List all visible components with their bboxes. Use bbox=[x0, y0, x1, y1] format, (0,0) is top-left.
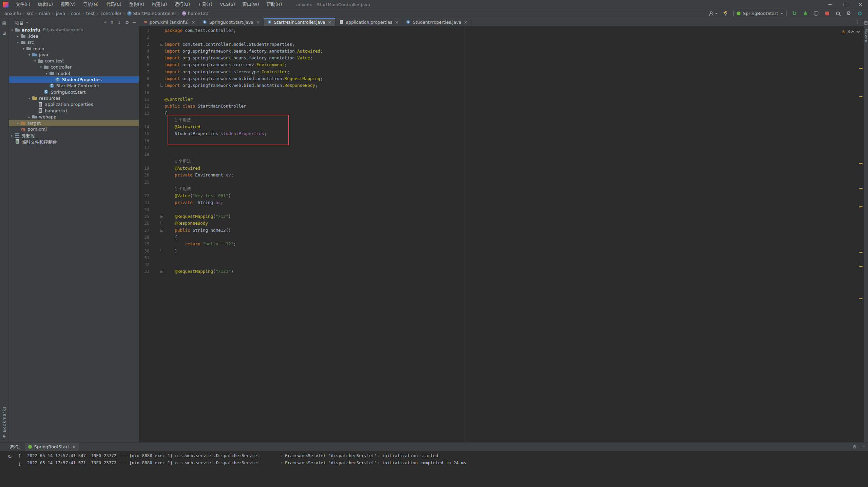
maven-stripe-label[interactable]: Maven bbox=[864, 29, 868, 42]
expand-all-button[interactable]: ⇑ bbox=[110, 20, 114, 25]
tree-item[interactable]: StartMainController bbox=[9, 83, 139, 89]
chevron-open-icon[interactable]: ▾ bbox=[33, 59, 38, 63]
close-icon[interactable]: × bbox=[72, 444, 76, 449]
fold-end-icon[interactable] bbox=[149, 248, 165, 255]
chevron-open-icon[interactable]: ▾ bbox=[27, 53, 32, 57]
menu-item[interactable]: 导航(N) bbox=[79, 0, 102, 9]
debug-button[interactable] bbox=[802, 10, 808, 17]
update-indicator-button[interactable] bbox=[856, 10, 863, 17]
coverage-button[interactable] bbox=[813, 10, 819, 17]
panel-settings-button[interactable]: ⚙ bbox=[125, 20, 129, 25]
prev-warning-icon[interactable] bbox=[851, 30, 854, 34]
notifications-stripe-button[interactable]: ▤ bbox=[864, 20, 868, 25]
console-output[interactable]: 2022-05-14 17:57:41.547 INFO 23772 --- [… bbox=[27, 452, 865, 487]
search-everywhere-button[interactable] bbox=[835, 10, 841, 17]
tree-item[interactable]: ▸webapp bbox=[9, 114, 139, 120]
menu-item[interactable]: 文件(F) bbox=[12, 0, 34, 9]
breadcrumb-item[interactable]: anxinfu bbox=[3, 11, 23, 16]
settings-button[interactable]: ⚙ bbox=[846, 10, 852, 17]
minimize-button[interactable] bbox=[822, 0, 837, 9]
breadcrumb-item[interactable]: main bbox=[37, 11, 52, 16]
breadcrumb-item[interactable]: test bbox=[84, 11, 96, 16]
rerun-button[interactable]: ↻ bbox=[791, 10, 797, 17]
chevron-closed-icon[interactable]: ▸ bbox=[15, 34, 20, 38]
close-button[interactable]: × bbox=[853, 0, 868, 9]
tree-item[interactable]: pom.xml bbox=[9, 126, 139, 132]
chevron-open-icon[interactable]: ▾ bbox=[44, 72, 49, 75]
tree-item[interactable]: application.properties bbox=[9, 101, 139, 108]
rerun-app-button[interactable]: ↻ bbox=[8, 454, 12, 459]
tree-item[interactable]: ▾controller bbox=[9, 64, 139, 70]
breadcrumb-item[interactable]: mhome123 bbox=[180, 11, 210, 16]
bookmark-icon[interactable]: ⚑ bbox=[2, 434, 6, 439]
build-button[interactable] bbox=[722, 10, 729, 17]
tree-item[interactable]: StudentProperties bbox=[9, 76, 139, 82]
up-stack-trace-button[interactable]: ↑ bbox=[18, 453, 22, 458]
menu-item[interactable]: 视图(V) bbox=[57, 0, 79, 9]
fold-end-icon[interactable] bbox=[149, 220, 165, 227]
tree-item[interactable]: ▾anxinfuE:\java\web\anxinfu bbox=[9, 27, 139, 33]
chevron-open-icon[interactable]: ▾ bbox=[15, 40, 20, 44]
menu-item[interactable]: 构建(B) bbox=[148, 0, 171, 9]
fold-icon[interactable] bbox=[149, 213, 165, 220]
fold-icon[interactable] bbox=[149, 268, 165, 275]
user-button[interactable] bbox=[709, 10, 718, 17]
hide-panel-button[interactable]: ─ bbox=[133, 20, 135, 25]
tree-item[interactable]: ▸.idea bbox=[9, 33, 139, 39]
run-panel-settings-button[interactable]: ⚙ bbox=[853, 444, 857, 449]
collapse-all-button[interactable]: ⇓ bbox=[118, 20, 121, 25]
run-config-select[interactable]: SpringBootStart bbox=[733, 10, 787, 17]
close-icon[interactable]: × bbox=[464, 20, 468, 25]
editor-tab[interactable]: StartMainController.java× bbox=[264, 18, 335, 26]
tree-item[interactable]: banner.txt bbox=[9, 108, 139, 114]
code-editor[interactable]: 1package com.test.controller;23import co… bbox=[139, 26, 864, 442]
tree-item[interactable]: SpringBootStart bbox=[9, 89, 139, 95]
chevron-open-icon[interactable]: ▾ bbox=[9, 28, 15, 32]
close-icon[interactable]: × bbox=[256, 20, 260, 25]
chevron-closed-icon[interactable]: ▸ bbox=[27, 115, 32, 119]
fold-icon[interactable] bbox=[149, 227, 165, 234]
tree-item[interactable]: ▸target bbox=[9, 120, 139, 126]
chevron-down-icon[interactable] bbox=[26, 22, 28, 23]
hide-run-panel-button[interactable]: ─ bbox=[862, 444, 865, 449]
chevron-closed-icon[interactable]: ▸ bbox=[9, 134, 15, 137]
chevron-open-icon[interactable]: ▾ bbox=[21, 47, 26, 51]
menu-item[interactable]: 工具(T) bbox=[194, 0, 216, 9]
menu-item[interactable]: 编辑(E) bbox=[34, 0, 57, 9]
chevron-open-icon[interactable]: ▾ bbox=[27, 96, 32, 100]
tree-item[interactable]: ▾java bbox=[9, 52, 139, 58]
locate-file-button[interactable]: ⌖ bbox=[104, 20, 106, 25]
chevron-open-icon[interactable]: ▾ bbox=[38, 65, 43, 69]
menu-item[interactable]: 帮助(H) bbox=[263, 0, 286, 9]
bookmarks-stripe-label[interactable]: Bookmarks bbox=[2, 406, 7, 432]
tree-item[interactable]: ▸外部库 bbox=[9, 132, 139, 138]
tree-item[interactable]: ▾model bbox=[9, 70, 139, 76]
close-icon[interactable]: × bbox=[328, 20, 332, 25]
editor-tab[interactable]: application.properties× bbox=[335, 18, 403, 26]
breadcrumb-item[interactable]: src bbox=[25, 11, 35, 16]
stop-button[interactable] bbox=[824, 10, 830, 17]
tree-item[interactable]: ▾resources bbox=[9, 95, 139, 101]
menu-item[interactable]: 代码(C) bbox=[102, 0, 125, 9]
tree-item[interactable]: 临时文件和控制台 bbox=[9, 138, 139, 145]
editor-tab[interactable]: pom.xml (anxinfu)× bbox=[139, 18, 199, 26]
next-warning-icon[interactable] bbox=[856, 30, 860, 33]
editor-tab[interactable]: StudentProperties.java× bbox=[402, 18, 471, 26]
fold-icon[interactable] bbox=[149, 41, 165, 48]
menu-item[interactable]: 重构(R) bbox=[125, 0, 148, 9]
breadcrumb-item[interactable]: java bbox=[54, 11, 67, 16]
editor-tab[interactable]: SpringBootStart.java× bbox=[199, 18, 264, 26]
close-icon[interactable]: × bbox=[395, 20, 399, 25]
project-stripe-button[interactable]: ▦ bbox=[2, 20, 6, 25]
menu-item[interactable]: VCS(S) bbox=[216, 0, 239, 9]
breadcrumb-item[interactable]: CStartMainController bbox=[126, 11, 178, 16]
commit-stripe-button[interactable]: ⊞ bbox=[2, 31, 6, 36]
menu-item[interactable]: 窗口(W) bbox=[239, 0, 263, 9]
fold-end-icon[interactable] bbox=[149, 82, 165, 89]
menu-item[interactable]: 运行(U) bbox=[171, 0, 194, 9]
breadcrumb-item[interactable]: controller bbox=[99, 11, 123, 16]
tree-item[interactable]: ▾com.test bbox=[9, 58, 139, 64]
run-console-tab[interactable]: SpringBootStart × bbox=[25, 443, 79, 451]
maximize-button[interactable] bbox=[837, 0, 853, 9]
inspections-widget[interactable]: ⚠ 8 bbox=[840, 29, 860, 35]
